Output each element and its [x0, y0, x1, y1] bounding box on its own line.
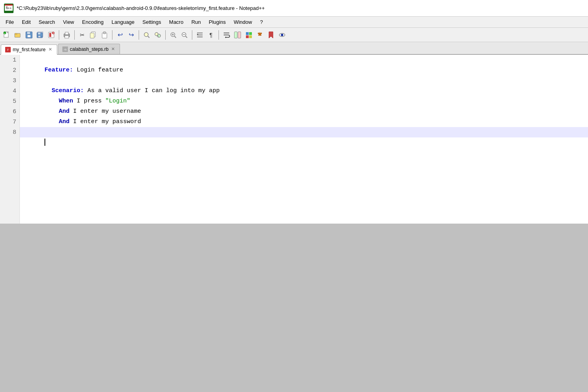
code-line-3: Scenario: As a valid user I can log into… — [20, 75, 588, 86]
svg-point-56 — [282, 34, 283, 35]
redo-button[interactable]: ↪ — [126, 30, 136, 40]
tab-my-first-feature[interactable]: F my_first.feature ✕ — [1, 44, 57, 55]
cut-button[interactable]: ✂ — [77, 30, 87, 40]
line-numbers: 1 2 3 4 5 6 7 8 — [0, 55, 20, 224]
svg-rect-51 — [246, 35, 249, 38]
svg-rect-52 — [249, 35, 252, 38]
code-line-1: Feature: Login feature — [20, 55, 588, 65]
toolbar-sep-5 — [165, 30, 166, 40]
svg-line-29 — [148, 36, 149, 38]
line-num-2: 2 — [0, 65, 19, 75]
toolbar-sep-1 — [59, 30, 59, 40]
menu-bar: File Edit Search View Encoding Language … — [0, 17, 588, 28]
svg-rect-11 — [27, 32, 30, 34]
menu-macro[interactable]: Macro — [165, 18, 188, 26]
tab-icon-rb: rb — [62, 46, 68, 52]
undo-button[interactable]: ↩ — [115, 30, 125, 40]
line-num-5: 5 — [0, 96, 19, 106]
close-button[interactable]: ✕ — [46, 30, 56, 40]
svg-rect-23 — [65, 36, 69, 38]
wrench-button[interactable] — [255, 30, 265, 40]
toolbar-sep-2 — [74, 30, 75, 40]
toolbar-sep-6 — [192, 30, 192, 40]
svg-text:N++: N++ — [6, 6, 12, 10]
line-num-8: 8 — [0, 127, 19, 137]
svg-line-36 — [174, 36, 176, 38]
print-button[interactable] — [62, 30, 72, 40]
svg-rect-47 — [234, 32, 237, 38]
tab-icon-feature: F — [5, 47, 11, 52]
diff-button[interactable] — [232, 30, 243, 40]
svg-text:F: F — [7, 48, 9, 52]
svg-rect-25 — [90, 33, 94, 38]
title-bar: N++ *C:\Ruby23\lib\ruby\gems\2.3.0\gems\… — [0, 0, 588, 17]
svg-rect-49 — [246, 32, 249, 35]
line-num-1: 1 — [0, 55, 19, 65]
eye-button[interactable] — [277, 30, 287, 40]
toolbar-sep-7 — [219, 30, 219, 40]
menu-edit[interactable]: Edit — [18, 18, 35, 26]
svg-rect-2 — [5, 4, 13, 6]
tab-close-rb[interactable]: ✕ — [110, 46, 116, 52]
save-all-button[interactable] — [35, 30, 45, 40]
svg-rect-27 — [103, 32, 106, 34]
menu-language[interactable]: Language — [108, 18, 139, 26]
menu-help[interactable]: ? — [256, 18, 267, 26]
svg-rect-48 — [238, 32, 241, 38]
svg-rect-14 — [38, 33, 41, 35]
menu-search[interactable]: Search — [35, 18, 59, 26]
svg-text:rb: rb — [64, 48, 67, 51]
line-num-4: 4 — [0, 86, 19, 96]
svg-rect-12 — [27, 35, 31, 37]
more-button[interactable] — [244, 30, 254, 40]
code-line-6: And I enter my password — [20, 106, 588, 117]
menu-window[interactable]: Window — [230, 18, 256, 26]
bookmark-button[interactable] — [266, 30, 276, 40]
code-area[interactable]: Feature: Login feature Scenario: As a va… — [20, 55, 588, 224]
toolbar-sep-3 — [112, 30, 112, 40]
menu-file[interactable]: File — [2, 18, 18, 26]
svg-text:+: + — [4, 32, 6, 34]
line-num-6: 6 — [0, 106, 19, 117]
code-line-2 — [20, 65, 588, 75]
open-file-button[interactable] — [13, 30, 23, 40]
code-line-5: And I enter my username — [20, 96, 588, 106]
zoom-in-button[interactable] — [168, 30, 178, 40]
line-num-3: 3 — [0, 75, 19, 86]
code-line-4: When I press "Login" — [20, 86, 588, 96]
line-num-7: 7 — [0, 117, 19, 127]
wordwrap-button[interactable] — [221, 30, 232, 40]
code-line-7: Then I see "Welcome to coolest app ever" — [20, 117, 588, 127]
toolbar-sep-4 — [139, 30, 139, 40]
tab-close-feature[interactable]: ✕ — [48, 46, 53, 52]
menu-settings[interactable]: Settings — [139, 18, 165, 26]
svg-rect-9 — [15, 33, 17, 35]
app-icon: N++ — [4, 4, 14, 13]
block-button[interactable]: ¶ — [206, 30, 216, 40]
toolbar: + ✕ ✂ ↩ ↪ ¶ — [0, 28, 588, 42]
menu-view[interactable]: View — [59, 18, 78, 26]
svg-marker-53 — [269, 32, 273, 38]
svg-rect-22 — [65, 32, 68, 35]
svg-marker-46 — [225, 37, 226, 38]
tab-calabash-steps[interactable]: rb calabash_steps.rb ✕ — [58, 44, 120, 54]
tab-label-feature: my_first.feature — [13, 47, 46, 52]
menu-plugins[interactable]: Plugins — [205, 18, 230, 26]
copy-button[interactable] — [88, 30, 99, 40]
menu-run[interactable]: Run — [188, 18, 205, 26]
paste-button[interactable] — [99, 30, 110, 40]
new-file-button[interactable]: + — [2, 30, 12, 40]
find-button[interactable] — [141, 30, 152, 40]
window-title: *C:\Ruby23\lib\ruby\gems\2.3.0\gems\cala… — [17, 5, 265, 11]
zoom-out-button[interactable] — [179, 30, 190, 40]
editor: 1 2 3 4 5 6 7 8 Feature: Login feature S… — [0, 55, 588, 224]
code-line-8[interactable] — [20, 127, 588, 137]
tabs-bar: F my_first.feature ✕ rb calabash_steps.r… — [0, 42, 588, 55]
svg-line-39 — [186, 36, 187, 38]
indent-button[interactable] — [195, 30, 205, 40]
replace-button[interactable] — [153, 30, 163, 40]
svg-rect-18 — [49, 33, 51, 37]
svg-rect-50 — [249, 32, 252, 35]
save-button[interactable] — [24, 30, 34, 40]
menu-encoding[interactable]: Encoding — [78, 18, 108, 26]
